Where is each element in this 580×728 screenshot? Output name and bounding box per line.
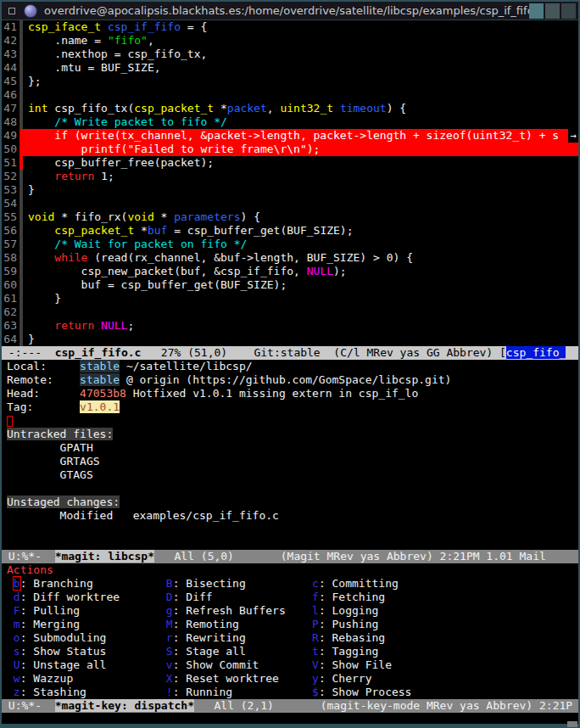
key-hint[interactable]: s: [14, 645, 20, 658]
dispatch-line[interactable]: U: Unstage all v: Show Commit V: Show Fi…: [2, 658, 578, 672]
dispatch-line[interactable]: s: Show Status S: Stage all t: Tagging: [2, 645, 578, 658]
key-hint[interactable]: o: [14, 631, 20, 644]
code-text: }: [23, 292, 578, 305]
key-hint[interactable]: l: [312, 604, 319, 617]
status-line[interactable]: Tag: v1.0.1: [2, 400, 578, 414]
key-hint[interactable]: r: [166, 631, 173, 644]
key-hint[interactable]: c: [312, 577, 319, 590]
text-token: : Pushing: [319, 618, 378, 630]
code-line[interactable]: 43 .nexthop = csp_fifo_tx,: [2, 48, 578, 61]
dispatch-line[interactable]: b: Branching B: Bisecting c: Committing: [2, 577, 578, 591]
modeline-magit-dispatch[interactable]: U:%*- *magit-key: dispatch* All (2,1) (m…: [2, 699, 578, 713]
status-line[interactable]: [2, 482, 578, 496]
line-number: 51: [2, 156, 17, 170]
key-hint[interactable]: B: [166, 577, 173, 590]
window-menu-icon[interactable]: [8, 8, 15, 14]
code-line[interactable]: 62: [2, 305, 578, 319]
code-line[interactable]: 49 if (write(tx_channel, &packet->length…: [2, 129, 578, 143]
code-line[interactable]: 50 printf("Failed to write frame\r\n");: [2, 143, 578, 156]
key-hint[interactable]: F: [14, 604, 20, 617]
dispatch-line[interactable]: w: Wazzup X: Reset worktree y: Cherry: [2, 672, 578, 686]
resize-grip[interactable]: [567, 721, 577, 727]
section-heading[interactable]: Unstaged changes:: [7, 496, 120, 508]
code-line[interactable]: 52 return 1;: [2, 170, 578, 183]
text-token: GPATH: [7, 441, 93, 454]
code-line[interactable]: 44 .mtu = BUF_SIZE,: [2, 61, 578, 75]
code-line[interactable]: 51 csp_buffer_free(packet);: [2, 156, 578, 170]
code-line[interactable]: 56 csp_packet_t *buf = csp_buffer_get(BU…: [2, 224, 578, 238]
modeline-buffer-name[interactable]: *magit-key: dispatch*: [55, 699, 194, 712]
dispatch-line[interactable]: o: Submoduling r: Rewriting R: Rebasing: [2, 631, 578, 645]
code-line[interactable]: 61 }: [2, 292, 578, 305]
key-hint[interactable]: t: [312, 645, 319, 658]
status-line[interactable]: Unstaged changes:: [2, 496, 578, 509]
status-line[interactable]: [2, 536, 578, 550]
modeline-buffer-name[interactable]: *magit: libcsp*: [55, 550, 154, 563]
type-token: void: [127, 210, 153, 223]
status-line[interactable]: GPATH: [2, 441, 578, 455]
close-button[interactable]: [561, 3, 576, 19]
key-hint[interactable]: X: [166, 672, 173, 685]
key-hint[interactable]: m: [14, 618, 20, 630]
key-hint[interactable]: S: [166, 645, 173, 658]
minimize-button[interactable]: [529, 3, 544, 19]
status-line[interactable]: Untracked files:: [2, 428, 578, 441]
key-hint[interactable]: P: [312, 618, 319, 630]
key-hint[interactable]: !: [166, 686, 173, 698]
text-token: [28, 319, 54, 332]
key-hint[interactable]: w: [14, 672, 20, 685]
modeline-magit-status[interactable]: U:%*- *magit: libcsp* All (5,0) (Magit M…: [2, 550, 578, 563]
line-number: 46: [2, 88, 17, 102]
code-line[interactable]: 45};: [2, 75, 578, 88]
code-line[interactable]: 53}: [2, 183, 578, 197]
dispatch-line[interactable]: z: Stashing !: Running $: Show Process: [2, 686, 578, 699]
dispatch-line[interactable]: m: Merging M: Remoting P: Pushing: [2, 618, 578, 631]
code-line[interactable]: 57 /* Wait for packet on fifo */: [2, 238, 578, 251]
key-hint[interactable]: z: [14, 686, 20, 698]
key-hint[interactable]: y: [312, 672, 319, 685]
status-line[interactable]: Modified examples/csp_if_fifo.c: [2, 509, 578, 523]
key-hint[interactable]: d: [14, 591, 20, 603]
minibuffer[interactable]: [2, 713, 578, 724]
maximize-button[interactable]: [545, 3, 560, 19]
key-hint[interactable]: D: [166, 591, 173, 603]
code-line[interactable]: 60 buf = csp_buffer_get(BUF_SIZE);: [2, 278, 578, 292]
status-line[interactable]: [2, 523, 578, 536]
key-hint[interactable]: R: [312, 631, 319, 644]
modeline-file[interactable]: -:--- csp_if_fifo.c 27% (51,0) Git:stabl…: [2, 346, 578, 360]
section-heading[interactable]: Untracked files:: [7, 428, 113, 440]
text-token: : Pulling: [20, 604, 166, 617]
status-line[interactable]: Local: stable ~/satellite/libcsp/: [2, 360, 578, 373]
key-hint[interactable]: v: [166, 658, 173, 671]
code-line[interactable]: 54: [2, 197, 578, 210]
code-line[interactable]: 64}: [2, 333, 578, 346]
key-hint[interactable]: V: [312, 658, 319, 671]
key-hint[interactable]: M: [166, 618, 173, 630]
dispatch-line[interactable]: F: Pulling g: Refresh Buffers l: Logging: [2, 604, 578, 618]
code-line[interactable]: 48 /* Write packet to fifo */: [2, 115, 578, 129]
modeline-buffer-name[interactable]: csp_if_fifo.c: [55, 346, 142, 359]
constant-token: NULL: [101, 319, 127, 332]
status-line[interactable]: GRTAGS: [2, 455, 578, 468]
code-line[interactable]: 59 csp_new_packet(buf, &csp_if_fifo, NUL…: [2, 265, 578, 278]
key-hint-cursor[interactable]: b: [14, 577, 20, 590]
line-number: 62: [2, 305, 17, 319]
status-line[interactable]: GTAGS: [2, 468, 578, 482]
key-hint[interactable]: $: [312, 686, 319, 698]
code-line[interactable]: 58 while (read(rx_channel, &buf->length,…: [2, 251, 578, 265]
dispatch-line[interactable]: d: Diff worktree D: Diff f: Fetching: [2, 591, 578, 604]
code-line[interactable]: 46: [2, 88, 578, 102]
code-line[interactable]: 47int csp_fifo_tx(csp_packet_t *packet, …: [2, 102, 578, 115]
code-line[interactable]: 63 return NULL;: [2, 319, 578, 333]
key-hint[interactable]: U: [14, 658, 20, 671]
status-line[interactable]: Remote: stable @ origin (https://github.…: [2, 373, 578, 387]
key-hint[interactable]: f: [312, 591, 319, 603]
status-line[interactable]: [2, 414, 578, 428]
code-line[interactable]: 41csp_iface_t csp_if_fifo = {: [2, 20, 578, 34]
code-line[interactable]: 55void * fifo_rx(void * parameters) {: [2, 210, 578, 224]
code-line[interactable]: 42 .name = "fifo",: [2, 34, 578, 48]
key-hint[interactable]: g: [166, 604, 173, 617]
text-token: [94, 319, 101, 332]
dispatch-line[interactable]: Actions: [2, 563, 578, 577]
status-line[interactable]: Head: 47053b8 Hotfixed v1.0.1 missing ex…: [2, 387, 578, 400]
